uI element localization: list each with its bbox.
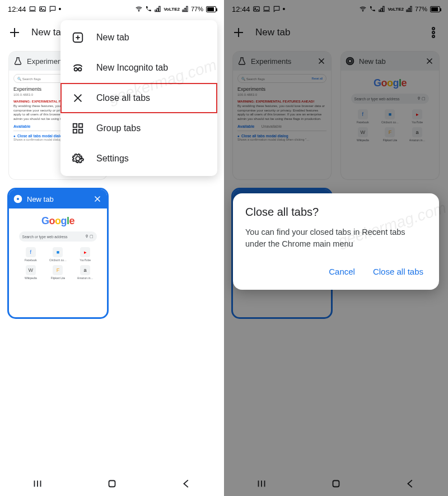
svg-rect-31 (109, 481, 115, 487)
phone-left: geekermag.com 12:44 • VoLTE2 77% New tab (0, 0, 224, 496)
search-right-icons: 🎙 ▢ (85, 234, 94, 239)
flags-search: 🔍 Search flagsReset all (237, 74, 326, 83)
signal-icon-1 (378, 5, 386, 13)
menu-group-tabs[interactable]: Group tabs (60, 113, 217, 143)
shortcut-icon: ▸ (80, 247, 90, 257)
menu-label: Settings (96, 154, 129, 164)
new-tab-icon (72, 31, 84, 44)
flags-warning: WARNING: EXPERIMENTAL FEATURES AHEAD! (237, 100, 326, 103)
signal-icon-2 (405, 5, 413, 13)
recents-button[interactable] (31, 478, 44, 490)
tab-header: New tab (9, 189, 107, 208)
status-left-cluster: 12:44 • (232, 4, 285, 13)
battery-percent: 77% (191, 6, 203, 12)
shortcut-tile: ■Cricbuzz.co… (378, 109, 402, 124)
shortcut-tile: fFacebook (19, 247, 43, 262)
menu-label: Close all tabs (96, 93, 150, 103)
shortcut-label: Cricbuzz.co… (381, 120, 399, 124)
close-icon[interactable] (92, 194, 102, 204)
google-logo: Google (374, 77, 407, 89)
menu-close-all-tabs[interactable]: Close all tabs (60, 83, 217, 113)
gear-icon (72, 152, 84, 165)
wifi-icon (135, 5, 143, 13)
shortcut-tiles-right-top: fFacebook■Cricbuzz.co…▸YouTubeWWikipedia… (351, 109, 430, 142)
shortcut-tile: aAmazon.in… (405, 127, 430, 142)
shortcut-tile: aAmazon.in… (73, 265, 97, 280)
tab-card-newtab[interactable]: New tab Google Search or type web addres… (341, 52, 439, 179)
svg-point-39 (432, 27, 435, 30)
search-box: Search or type web address 🎙 ▢ (351, 94, 430, 104)
search-right-icons: 🎙 ▢ (417, 96, 426, 101)
svg-rect-34 (264, 7, 269, 10)
shortcut-label: Cricbuzz.co… (49, 258, 67, 262)
image-icon (253, 5, 260, 13)
shortcut-icon: a (412, 127, 422, 137)
back-button[interactable] (404, 478, 417, 490)
menu-settings[interactable]: Settings (60, 143, 217, 174)
tab-body-newtab: Google Search or type web address 🎙 ▢ fF… (341, 71, 439, 179)
incognito-icon (72, 62, 84, 74)
more-dot: • (59, 4, 62, 13)
shortcut-label: YouTube (412, 120, 423, 124)
svg-line-47 (427, 59, 432, 64)
status-right-cluster: VoLTE2 77% (359, 5, 440, 13)
shortcut-tile: WWikipedia (351, 127, 375, 142)
battery-icon (430, 6, 440, 12)
android-navbar (224, 471, 448, 496)
search-placeholder: Search or type web address (22, 235, 68, 239)
svg-rect-27 (79, 129, 82, 133)
close-icon[interactable] (316, 56, 326, 66)
home-button[interactable] (106, 478, 118, 490)
reset-all: Reset all (312, 77, 323, 80)
home-button[interactable] (330, 478, 342, 490)
shortcut-icon: a (80, 265, 90, 275)
svg-rect-24 (73, 124, 77, 127)
svg-point-33 (254, 8, 255, 9)
svg-point-40 (432, 31, 435, 34)
close-icon[interactable] (424, 56, 435, 66)
battery-icon (206, 6, 216, 12)
tab-switcher-toolbar: New tab (224, 18, 448, 47)
tab-title: Experiments (251, 57, 312, 66)
chat-icon (49, 5, 57, 13)
shortcut-tile: FFlipkart Lite (46, 265, 70, 280)
overflow-menu: New tab New Incognito tab Close all tabs… (60, 20, 217, 176)
svg-rect-0 (30, 7, 35, 10)
network-label: VoLTE2 (164, 7, 180, 12)
close-all-tabs-button[interactable]: Close all tabs (371, 263, 426, 280)
shortcut-label: Flipkart Lite (51, 276, 66, 280)
wifi-calling-icon (144, 5, 152, 13)
svg-point-13 (16, 197, 19, 200)
chrome-icon (13, 194, 22, 203)
status-bar: 12:44 • VoLTE2 77% (224, 0, 448, 18)
more-dot: • (283, 4, 286, 13)
status-left-cluster: 12:44 • (8, 4, 61, 13)
flags-subtabs: Available Unavailable (237, 124, 326, 131)
svg-line-42 (319, 59, 324, 64)
subtab-available: Available (13, 124, 30, 128)
wifi-icon (359, 5, 367, 13)
battery-percent: 77% (415, 6, 427, 12)
tab-card-newtab[interactable]: New tab Google Search or type web addres… (9, 189, 107, 317)
back-button[interactable] (180, 478, 193, 490)
overflow-menu-button[interactable] (427, 26, 440, 39)
menu-label: New Incognito tab (96, 63, 168, 73)
menu-label: Group tabs (96, 123, 141, 133)
recents-button[interactable] (255, 478, 268, 490)
tab-header: Experiments (233, 52, 331, 71)
shortcut-tile: fFacebook (351, 109, 375, 124)
tab-header: New tab (341, 52, 439, 71)
subtab-available: Available (237, 124, 254, 128)
shortcut-tiles-left: fFacebook■Cricbuzz.co…▸YouTubeWWikipedia… (19, 247, 97, 280)
status-bar: 12:44 • VoLTE2 77% (0, 0, 224, 18)
tab-card-experiments[interactable]: Experiments 🔍 Search flagsReset all Expe… (233, 52, 331, 179)
plus-icon[interactable] (8, 26, 21, 39)
toolbar-title[interactable]: New tab (255, 27, 290, 38)
signal-icon-2 (181, 5, 189, 13)
menu-incognito[interactable]: New Incognito tab (60, 53, 217, 83)
plus-icon[interactable] (232, 26, 245, 39)
flag-entry: ●Close all tabs modal dialog (237, 134, 326, 138)
shortcut-icon: ■ (53, 247, 63, 257)
menu-new-tab[interactable]: New tab (60, 22, 217, 53)
cancel-button[interactable]: Cancel (326, 263, 357, 280)
